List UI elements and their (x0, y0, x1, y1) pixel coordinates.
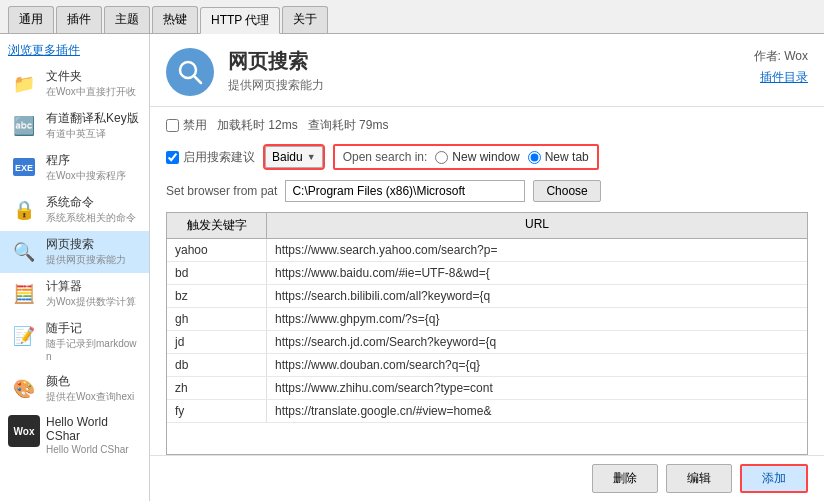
svg-line-3 (194, 76, 201, 83)
add-button[interactable]: 添加 (740, 464, 808, 493)
program-icon: EXE (8, 152, 40, 184)
table-row[interactable]: ghhttps://www.ghpym.com/?s={q} (167, 308, 807, 331)
browser-path-input[interactable] (285, 180, 525, 202)
more-plugins-link[interactable]: 浏览更多插件 (0, 38, 149, 63)
sidebar-desc-calculator: 为Wox提供数学计算 (46, 295, 136, 308)
enable-suggest-label[interactable]: 启用搜索建议 (166, 149, 255, 166)
sidebar-desc-note: 随手记录到markdown (46, 337, 141, 363)
settings-row-timing: 禁用 加载耗时 12ms 查询耗时 79ms (166, 117, 808, 134)
sidebar: 浏览更多插件 📁 文件夹 在Wox中直接打开收 🔤 有道翻译私Key版 有道中英… (0, 34, 150, 501)
tab-general[interactable]: 通用 (8, 6, 54, 33)
svg-text:EXE: EXE (15, 163, 33, 173)
query-time-text: 查询耗时 79ms (308, 117, 389, 134)
plugin-main-icon (166, 48, 214, 96)
sidebar-item-program[interactable]: EXE 程序 在Wox中搜索程序 (0, 147, 149, 189)
sidebar-item-websearch[interactable]: 🔍 网页搜索 提供网页搜索能力 (0, 231, 149, 273)
sidebar-title-note: 随手记 (46, 320, 141, 337)
sidebar-title-translate: 有道翻译私Key版 (46, 110, 139, 127)
cmd-icon: 🔒 (8, 194, 40, 226)
color-icon: 🎨 (8, 373, 40, 405)
disabled-checkbox[interactable] (166, 119, 179, 132)
sidebar-title-folder: 文件夹 (46, 68, 136, 85)
sidebar-title-program: 程序 (46, 152, 126, 169)
cell-url: https://search.jd.com/Search?keyword={q (267, 331, 807, 353)
sidebar-item-hello[interactable]: Wox Hello World CShar Hello World CShar (0, 410, 149, 461)
plugin-desc: 提供网页搜索能力 (228, 77, 740, 94)
search-engine-dropdown[interactable]: Baidu ▼ (265, 146, 323, 168)
open-search-group: Open search in: New window New tab (333, 144, 599, 170)
edit-button[interactable]: 编辑 (666, 464, 732, 493)
table-row[interactable]: fyhttps://translate.google.cn/#view=home… (167, 400, 807, 423)
cell-keyword: fy (167, 400, 267, 422)
sidebar-desc-translate: 有道中英互译 (46, 127, 139, 140)
table-row[interactable]: jdhttps://search.jd.com/Search?keyword={… (167, 331, 807, 354)
cell-keyword: bz (167, 285, 267, 307)
tab-hotkey[interactable]: 热键 (152, 6, 198, 33)
delete-button[interactable]: 删除 (592, 464, 658, 493)
table-row[interactable]: bzhttps://search.bilibili.com/all?keywor… (167, 285, 807, 308)
cell-url: https://www.ghpym.com/?s={q} (267, 308, 807, 330)
table-header: 触发关键字 URL (167, 213, 807, 239)
cell-url: https://www.zhihu.com/search?type=cont (267, 377, 807, 399)
cell-keyword: jd (167, 331, 267, 353)
sidebar-desc-folder: 在Wox中直接打开收 (46, 85, 136, 98)
tab-plugins[interactable]: 插件 (56, 6, 102, 33)
col-header-keyword: 触发关键字 (167, 213, 267, 238)
new-tab-radio[interactable] (528, 151, 541, 164)
tab-about[interactable]: 关于 (282, 6, 328, 33)
sidebar-title-cmd: 系统命令 (46, 194, 136, 211)
plugin-header: 网页搜索 提供网页搜索能力 作者: Wox 插件目录 (150, 34, 824, 107)
tab-bar: 通用 插件 主题 热键 HTTP 代理 关于 (0, 0, 824, 34)
sidebar-item-note[interactable]: 📝 随手记 随手记录到markdown (0, 315, 149, 368)
plugin-info: 网页搜索 提供网页搜索能力 (228, 48, 740, 94)
settings-area: 禁用 加载耗时 12ms 查询耗时 79ms 启用搜索建议 (150, 107, 824, 212)
sidebar-title-calculator: 计算器 (46, 278, 136, 295)
table-row[interactable]: zhhttps://www.zhihu.com/search?type=cont (167, 377, 807, 400)
open-search-label: Open search in: (343, 150, 428, 164)
sidebar-desc-hello: Hello World CShar (46, 443, 141, 456)
plugin-meta: 作者: Wox 插件目录 (754, 48, 808, 86)
sidebar-item-cmd[interactable]: 🔒 系统命令 系统系统相关的命令 (0, 189, 149, 231)
plugin-catalog-link[interactable]: 插件目录 (760, 69, 808, 86)
sidebar-title-color: 颜色 (46, 373, 134, 390)
sidebar-item-folder[interactable]: 📁 文件夹 在Wox中直接打开收 (0, 63, 149, 105)
tab-http-proxy[interactable]: HTTP 代理 (200, 7, 280, 34)
cell-keyword: gh (167, 308, 267, 330)
hello-icon: Wox (8, 415, 40, 447)
choose-button[interactable]: Choose (533, 180, 600, 202)
sidebar-item-color[interactable]: 🎨 颜色 提供在Wox查询hexi (0, 368, 149, 410)
note-icon: 📝 (8, 320, 40, 352)
new-tab-radio-label[interactable]: New tab (528, 150, 589, 164)
sidebar-title-websearch: 网页搜索 (46, 236, 126, 253)
disabled-checkbox-label[interactable]: 禁用 (166, 117, 207, 134)
table-row[interactable]: dbhttps://www.douban.com/search?q={q} (167, 354, 807, 377)
main-panel: 网页搜索 提供网页搜索能力 作者: Wox 插件目录 禁用 (150, 34, 824, 501)
calculator-icon: 🧮 (8, 278, 40, 310)
new-window-radio-label[interactable]: New window (435, 150, 519, 164)
settings-row-search: 启用搜索建议 Baidu ▼ Open search in: New windo… (166, 144, 808, 170)
enable-suggest-checkbox[interactable] (166, 151, 179, 164)
cell-keyword: zh (167, 377, 267, 399)
content-area: 浏览更多插件 📁 文件夹 在Wox中直接打开收 🔤 有道翻译私Key版 有道中英… (0, 34, 824, 501)
cell-url: https://translate.google.cn/#view=home& (267, 400, 807, 422)
bottom-buttons: 删除 编辑 添加 (150, 455, 824, 501)
search-table: 触发关键字 URL yahoohttps://www.search.yahoo.… (166, 212, 808, 455)
dropdown-arrow-icon: ▼ (307, 152, 316, 162)
tab-themes[interactable]: 主题 (104, 6, 150, 33)
sidebar-item-calculator[interactable]: 🧮 计算器 为Wox提供数学计算 (0, 273, 149, 315)
sidebar-desc-websearch: 提供网页搜索能力 (46, 253, 126, 266)
plugin-author: 作者: Wox (754, 48, 808, 65)
table-row[interactable]: yahoohttps://www.search.yahoo.com/search… (167, 239, 807, 262)
col-header-url: URL (267, 213, 807, 238)
cell-url: https://search.bilibili.com/all?keyword=… (267, 285, 807, 307)
cell-url: https://www.douban.com/search?q={q} (267, 354, 807, 376)
cell-keyword: yahoo (167, 239, 267, 261)
sidebar-desc-color: 提供在Wox查询hexi (46, 390, 134, 403)
table-row[interactable]: bdhttps://www.baidu.com/#ie=UTF-8&wd={ (167, 262, 807, 285)
sidebar-item-translate[interactable]: 🔤 有道翻译私Key版 有道中英互译 (0, 105, 149, 147)
settings-row-browser: Set browser from pat Choose (166, 180, 808, 202)
cell-keyword: bd (167, 262, 267, 284)
table-body: yahoohttps://www.search.yahoo.com/search… (167, 239, 807, 454)
sidebar-title-hello: Hello World CShar (46, 415, 141, 443)
new-window-radio[interactable] (435, 151, 448, 164)
